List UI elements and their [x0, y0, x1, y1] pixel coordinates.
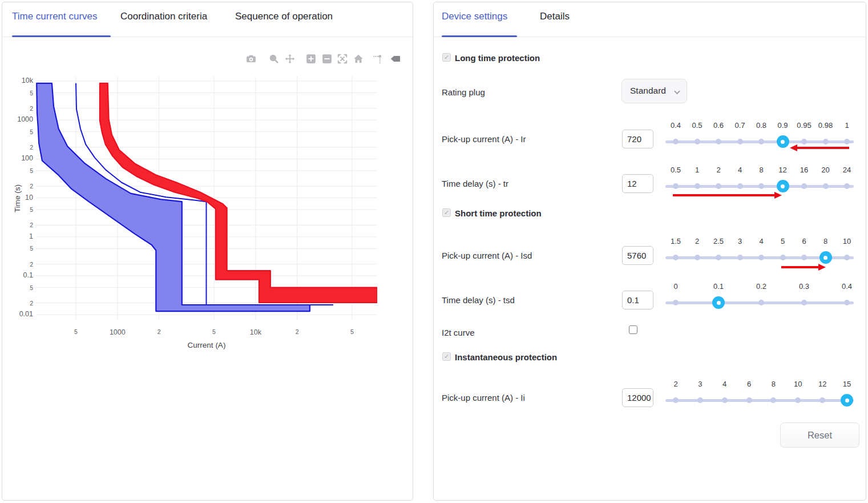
slider-step-dot[interactable] — [758, 255, 764, 260]
slider-tick-label: 6 — [738, 380, 761, 388]
slider-tick-label: 1 — [835, 121, 858, 130]
slider-step-dot[interactable] — [737, 255, 743, 260]
slider-step-dot[interactable] — [673, 139, 679, 144]
long-time-protection-checkbox[interactable]: ✓ — [442, 53, 451, 62]
slider-step-dot[interactable] — [844, 255, 850, 260]
slider-step-dot[interactable] — [673, 397, 679, 403]
x-tick-label: 5 — [63, 328, 88, 335]
slider-step-dot[interactable] — [770, 397, 776, 403]
slider-step-dot[interactable] — [716, 183, 721, 189]
slider-step-dot[interactable] — [697, 397, 703, 403]
slider-step-dot[interactable] — [758, 183, 764, 189]
tcc-plot[interactable] — [36, 77, 377, 320]
slider-step-dot[interactable] — [695, 139, 700, 144]
slider-step-dot[interactable] — [780, 255, 786, 260]
toggle-spikelines-icon[interactable] — [373, 54, 383, 64]
slider-step-dot[interactable] — [746, 397, 752, 403]
time-delay-tr-input[interactable] — [622, 174, 653, 193]
ir-slider-thumb[interactable] — [777, 135, 789, 148]
slider-step-dot[interactable] — [823, 183, 829, 189]
slider-tick-label: 8 — [750, 166, 773, 174]
x-tick-label: 5 — [201, 328, 227, 335]
zoom-icon[interactable] — [269, 54, 279, 64]
slider-track[interactable] — [665, 399, 854, 402]
annotation-arrow-right-icon — [774, 192, 782, 199]
pickup-current-ii-label: Pick-up current (A) - Ii — [442, 393, 525, 403]
pickup-current-ii-slider[interactable]: 23468101215 — [665, 380, 854, 415]
slider-step-dot[interactable] — [673, 183, 679, 189]
camera-icon[interactable] — [246, 54, 256, 64]
annotation-arrow-right-icon — [818, 264, 826, 271]
slider-step-dot[interactable] — [758, 300, 764, 305]
slider-step-dot[interactable] — [844, 300, 850, 305]
y-tick-label: 100 — [5, 154, 33, 162]
pickup-current-isd-label: Pick-up current (A) - Isd — [442, 251, 532, 260]
slider-step-dot[interactable] — [844, 183, 850, 189]
pickup-current-ii-input[interactable] — [622, 388, 653, 407]
y-tick-label: 2 — [5, 144, 33, 151]
x-tick-label: 2 — [147, 328, 172, 335]
tab-coordination-criteria[interactable]: Coordination criteria — [120, 11, 207, 22]
slider-step-dot[interactable] — [801, 300, 807, 305]
y-tick-label: 5 — [5, 128, 33, 135]
tab-details[interactable]: Details — [540, 11, 570, 22]
tr-slider-thumb[interactable] — [777, 180, 789, 192]
rating-plug-select[interactable]: Standard — [621, 79, 687, 103]
y-tick-label: 1 — [5, 232, 33, 240]
time-delay-tr-slider[interactable]: 0.5124812162024 — [665, 166, 854, 201]
y-axis-title: Time (s) — [13, 176, 22, 222]
slider-step-dot[interactable] — [844, 139, 850, 144]
time-delay-tsd-slider[interactable]: 00.10.20.30.4 — [665, 282, 854, 317]
x-tick-label: 5 — [340, 328, 365, 335]
tab-sequence-of-operation[interactable]: Sequence of operation — [235, 11, 333, 22]
slider-tick-label: 10 — [786, 380, 809, 388]
tab-device-settings[interactable]: Device settings — [442, 11, 507, 22]
reset-button[interactable]: Reset — [780, 422, 859, 448]
slider-step-dot[interactable] — [823, 139, 829, 144]
slider-tick-label: 4 — [713, 380, 736, 388]
slider-step-dot[interactable] — [758, 139, 764, 144]
autoscale-icon[interactable] — [337, 54, 348, 64]
slider-step-dot[interactable] — [819, 397, 825, 403]
hover-tag-icon[interactable] — [390, 54, 401, 64]
slider-tick-label: 6 — [793, 237, 815, 246]
y-tick-label: 2 — [5, 222, 33, 228]
slider-step-dot[interactable] — [795, 397, 801, 403]
zoom-in-icon[interactable] — [306, 54, 316, 64]
slider-tick-label: 0.5 — [686, 121, 709, 130]
tab-time-current-curves[interactable]: Time current curves — [12, 11, 98, 22]
slider-tick-label: 0 — [664, 282, 687, 291]
zoom-out-icon[interactable] — [322, 54, 332, 64]
active-tab-underline — [442, 35, 517, 37]
slider-step-dot[interactable] — [673, 300, 679, 305]
slider-step-dot[interactable] — [801, 255, 807, 260]
pickup-current-ir-slider[interactable]: 0.40.50.60.70.80.90.950.981 — [665, 121, 854, 156]
slider-step-dot[interactable] — [801, 183, 807, 189]
isd-slider-thumb[interactable] — [819, 251, 832, 264]
slider-step-dot[interactable] — [716, 255, 721, 260]
slider-step-dot[interactable] — [716, 139, 721, 144]
pickup-current-ir-input[interactable] — [622, 130, 653, 148]
i2t-curve-checkbox[interactable] — [629, 325, 637, 334]
tsd-slider-thumb[interactable] — [712, 296, 725, 309]
slider-step-dot[interactable] — [801, 139, 807, 144]
y-tick-label: 5 — [5, 167, 33, 174]
pan-icon[interactable] — [285, 54, 295, 64]
instantaneous-protection-checkbox[interactable]: ✓ — [442, 352, 451, 361]
ii-slider-thumb[interactable] — [841, 394, 853, 407]
slider-tick-label: 8 — [762, 380, 785, 388]
slider-step-dot[interactable] — [722, 397, 728, 403]
slider-tick-label: 0.7 — [729, 121, 752, 130]
slider-step-dot[interactable] — [695, 255, 700, 260]
slider-step-dot[interactable] — [695, 183, 700, 189]
slider-step-dot[interactable] — [737, 183, 743, 189]
time-delay-tsd-input[interactable] — [622, 291, 653, 309]
pickup-current-isd-input[interactable] — [622, 246, 653, 265]
pickup-current-isd-slider[interactable]: 1.522.53456810 — [665, 237, 854, 272]
slider-step-dot[interactable] — [737, 139, 743, 144]
short-time-protection-checkbox[interactable]: ✓ — [442, 208, 451, 217]
slider-tick-label: 2 — [707, 166, 730, 174]
slider-step-dot[interactable] — [673, 255, 679, 260]
reset-axes-icon[interactable] — [353, 54, 364, 64]
y-tick-label: 1000 — [5, 115, 33, 123]
